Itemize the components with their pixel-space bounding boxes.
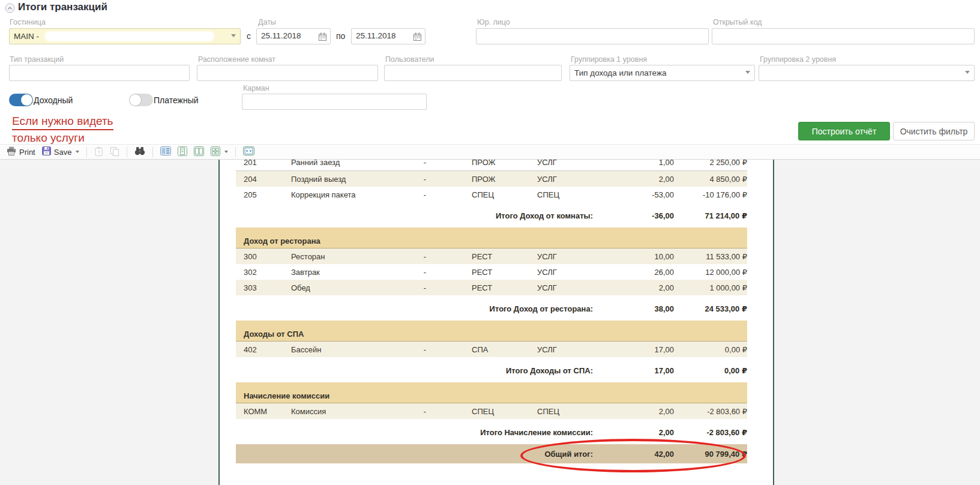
save-button[interactable]: Save [40, 146, 82, 158]
table-row: 300Ресторан-РЕСТУСЛГ10,0011 533,00 ₽ [236, 249, 747, 264]
table-cell-dash: - [395, 190, 455, 199]
table-cell-name: Комиссия [287, 407, 395, 416]
date-to-value: 25.11.2018 [356, 31, 396, 40]
table-cell-code: 402 [236, 345, 287, 354]
table-cell-amount: -10 176,00 ₽ [674, 190, 747, 199]
table-row: 402Бассейн-СПАУСЛГ17,000,00 ₽ [236, 342, 747, 357]
pocket-label: Карман [243, 84, 269, 92]
table-cell-g1: РЕСТ [455, 268, 521, 277]
report-toolbar: Print Save ? [0, 144, 980, 160]
filter-panel: Итоги транзакций Гостиница MAIN - Даты с… [0, 0, 980, 144]
section-header-band: Начисление комиссии [236, 382, 747, 403]
toolbar-separator [152, 147, 153, 157]
table-row: КОММКомиссия-СПЕЦСПЕЦ2,00-2 803,60 ₽ [236, 403, 747, 419]
section-header-band: Доходы от СПА [236, 321, 747, 342]
toolbar-separator [235, 147, 236, 157]
hotel-select[interactable]: MAIN - [9, 28, 241, 44]
save-label: Save [54, 148, 72, 157]
payment-toggle[interactable] [129, 94, 153, 106]
total-cell: Итого Доход от комнаты: [236, 211, 593, 220]
build-report-button[interactable]: Построить отчёт [798, 122, 890, 140]
find-button[interactable] [133, 146, 147, 158]
table-cell-g1: ПРОЖ [455, 160, 521, 167]
table-cell-qty: 2,00 [593, 407, 674, 416]
table-cell-name: Ранний заезд [287, 160, 395, 167]
table-cell-g1: РЕСТ [455, 283, 521, 292]
cut-off-row: 201Ранний заезд-ПРОЖУСЛГ1,002 250,00 ₽ [236, 160, 747, 171]
table-cell-qty: 2,00 [593, 283, 674, 292]
table-cell-qty: -53,00 [593, 190, 674, 199]
table-cell-name: Обед [287, 283, 395, 292]
toggle-knob [130, 94, 141, 106]
table-cell-g2: УСЛГ [521, 175, 593, 184]
grand-total-row: Общий итог:42,0090 799,40 ₽ [236, 444, 747, 463]
page-width-icon [243, 146, 254, 157]
paste-button-disabled[interactable]: ? [92, 146, 105, 158]
grouping2-label: Группировка 2 уровня [760, 55, 836, 64]
date-from-prefix: с [247, 31, 251, 41]
chevron-down-icon [224, 151, 228, 153]
total-cell: 0,00 ₽ [674, 366, 747, 375]
table-cell-dash: - [395, 160, 455, 167]
legal-entity-input[interactable] [476, 28, 709, 44]
report-table: 201Ранний заезд-ПРОЖУСЛГ1,002 250,00 ₽20… [236, 160, 747, 463]
table-cell-dash: - [395, 252, 455, 261]
binoculars-icon [134, 146, 145, 157]
table-cell-code: КОММ [236, 407, 287, 416]
table-cell-dash: - [395, 175, 455, 184]
open-code-input[interactable] [712, 28, 975, 44]
table-cell-name: Завтрак [287, 268, 395, 277]
table-cell-dash: - [395, 283, 455, 292]
income-toggle[interactable] [9, 94, 33, 106]
table-cell-name: Коррекция пакета [287, 190, 395, 199]
table-row: 205Коррекция пакета-СПЕЦСПЕЦ-53,00-10 17… [236, 187, 747, 202]
date-to-prefix: по [336, 31, 345, 41]
table-cell-amount: 1 000,00 ₽ [674, 283, 747, 292]
total-cell: Итого Начисление комиссии: [236, 428, 593, 437]
report-viewer[interactable]: 201Ранний заезд-ПРОЖУСЛГ1,002 250,00 ₽20… [0, 160, 980, 485]
date-to-input[interactable]: 25.11.2018 [351, 28, 425, 44]
calendar-icon[interactable] [319, 32, 326, 43]
table-cell-g2: СПЕЦ [521, 407, 593, 416]
total-cell: 90 799,40 ₽ [674, 450, 747, 459]
calendar-icon[interactable] [413, 32, 421, 43]
print-button[interactable]: Print [5, 146, 37, 158]
table-cell-g2: СПЕЦ [521, 190, 593, 199]
chevron-down-icon [231, 34, 236, 37]
total-cell: Общий итог: [236, 450, 593, 459]
bookmarks-view-button[interactable] [158, 146, 173, 158]
users-label: Пользователи [385, 55, 434, 64]
table-cell-qty: 1,00 [593, 160, 674, 167]
collapse-panel-icon[interactable] [5, 3, 15, 16]
table-cell-g2: УСЛГ [521, 160, 593, 167]
room-location-input[interactable] [197, 65, 378, 81]
multiple-pages-view-button[interactable] [209, 146, 230, 158]
users-input[interactable] [384, 65, 562, 81]
transaction-type-label: Тип транзакций [10, 55, 64, 64]
page-width-view-button[interactable] [241, 146, 256, 158]
table-cell-name: Ресторан [287, 252, 395, 261]
grouping1-select[interactable]: Тип дохода или платежа [570, 65, 755, 81]
table-cell-g2: УСЛГ [521, 345, 593, 354]
pocket-input[interactable] [242, 94, 427, 110]
copy-button-disabled[interactable] [108, 146, 121, 158]
table-cell-g2: УСЛГ [521, 268, 593, 277]
grouping1-label: Группировка 1 уровня [571, 55, 647, 64]
annotation-line1: Если нужно видеть [12, 115, 113, 130]
grouping2-select[interactable] [759, 65, 975, 81]
two-pages-view-button[interactable] [192, 146, 206, 158]
table-cell-amount: -2 803,60 ₽ [674, 407, 747, 416]
section-total-row: Итого Доход от ресторана:38,0024 533,00 … [236, 303, 747, 315]
total-cell: 17,00 [593, 366, 674, 375]
open-code-label: Открытый код [713, 18, 762, 26]
save-icon [42, 146, 51, 157]
paste-icon: ? [94, 146, 103, 158]
page-title: Итоги транзакций [18, 1, 107, 13]
transaction-type-input[interactable] [9, 65, 190, 81]
room-location-label: Расположение комнат [198, 55, 275, 64]
one-page-view-button[interactable] [176, 146, 189, 158]
table-cell-amount: 4 850,00 ₽ [674, 175, 747, 184]
date-from-input[interactable]: 25.11.2018 [256, 28, 331, 44]
table-cell-name: Бассейн [287, 345, 395, 354]
clear-filter-button[interactable]: Очистить фильтр [893, 122, 975, 140]
